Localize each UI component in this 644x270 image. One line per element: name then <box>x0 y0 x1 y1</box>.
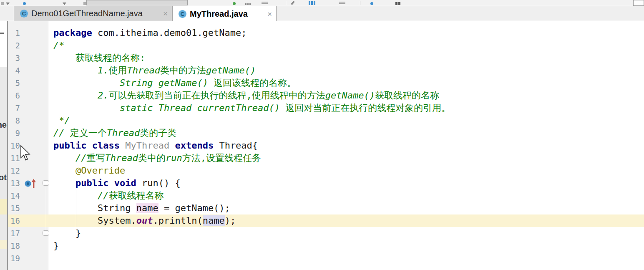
gutter-icon-cell <box>22 39 39 52</box>
code-line[interactable]: 6 2.可以先获取到当前正在执行的线程,使用线程中的方法getName()获取线… <box>8 89 644 102</box>
line-number[interactable]: 5 <box>8 77 22 89</box>
run-configuration-combo[interactable] <box>86 0 188 5</box>
code-line[interactable]: 7 static Thread currentThread() 返回对当前正在执… <box>8 102 644 114</box>
gutter-icon-cell[interactable] <box>22 177 39 189</box>
gutter-icon-cell <box>22 189 39 202</box>
main-toolbar <box>0 0 644 6</box>
code-line[interactable]: 8 */ <box>8 114 644 127</box>
toolbar-separator[interactable] <box>286 1 286 5</box>
code-line[interactable]: 18} <box>8 240 644 252</box>
code-line[interactable]: 13− public void run() { <box>8 177 644 189</box>
tree-item-text-fragment: ot <box>0 173 7 182</box>
edit-icon[interactable] <box>291 1 294 5</box>
line-number[interactable]: 17 <box>8 227 22 240</box>
gutter-icon-cell <box>22 52 39 64</box>
main-area: neot 1package com.itheima.demo01.getName… <box>0 21 644 270</box>
gutter-icon-cell <box>22 102 39 114</box>
fold-column <box>39 64 53 77</box>
code-line[interactable]: 14 //获取线程名称 <box>8 189 644 202</box>
fold-column <box>39 252 53 265</box>
gutter-icon-cell <box>22 27 39 39</box>
code-line[interactable]: 19 <box>8 252 644 265</box>
close-tab-icon[interactable]: × <box>267 10 272 18</box>
code-line[interactable]: 10public class MyThread extends Thread{ <box>8 139 644 152</box>
line-number[interactable]: 4 <box>8 64 22 77</box>
code-line[interactable]: 15 String name = getName(); <box>8 202 644 214</box>
code-rows: 1package com.itheima.demo01.getName;2/*3… <box>8 27 644 265</box>
editor-tab-mythread-java[interactable]: CMyThread.java× <box>172 6 277 21</box>
line-number[interactable]: 6 <box>8 89 22 102</box>
toolbar-icon-stub[interactable] <box>339 2 345 5</box>
override-method-icon <box>24 178 38 189</box>
fold-marker-icon[interactable]: − <box>43 180 49 186</box>
class-icon: C <box>179 10 186 18</box>
fold-column <box>39 152 53 164</box>
code-text: String name = getName(); <box>53 202 230 214</box>
line-number[interactable]: 3 <box>8 52 22 64</box>
toolbar-icon-stub[interactable] <box>1 2 4 5</box>
gutter-icon-cell <box>22 240 39 252</box>
gutter-icon-cell <box>22 64 39 77</box>
line-number[interactable]: 10 <box>8 139 22 152</box>
code-line[interactable]: 3 获取线程的名称: <box>8 52 644 64</box>
fold-column <box>39 102 53 114</box>
toolbar-icon-stub[interactable] <box>83 2 86 5</box>
dropdown-chevron-icon[interactable] <box>6 3 10 5</box>
code-text: */ <box>53 114 70 127</box>
gutter-icon-cell <box>22 164 39 177</box>
toolbar-icon-stub[interactable] <box>395 2 401 5</box>
fold-column <box>39 164 53 177</box>
gutter-icon-cell <box>22 114 39 127</box>
code-line[interactable]: 12 @Override <box>8 164 644 177</box>
fold-range-line <box>46 187 46 231</box>
gutter-icon-cell <box>22 252 39 265</box>
gutter-icon-cell <box>22 89 39 102</box>
code-line[interactable]: 5 String getName() 返回该线程的名称。 <box>8 77 644 89</box>
toolbar-icon-stub[interactable] <box>245 3 251 5</box>
toolbar-icon-stub[interactable] <box>370 2 373 5</box>
dropdown-chevron-icon[interactable] <box>63 3 66 5</box>
line-number[interactable]: 8 <box>8 114 22 127</box>
code-editor[interactable]: 1package com.itheima.demo01.getName;2/*3… <box>8 21 644 270</box>
code-text: public class MyThread extends Thread{ <box>53 139 258 152</box>
close-tab-icon[interactable]: × <box>163 10 168 18</box>
project-panel-edge[interactable]: neot <box>0 21 8 270</box>
line-number[interactable]: 12 <box>8 164 22 177</box>
code-text: 1.使用Thread类中的方法getName() <box>53 64 256 77</box>
line-number[interactable]: 18 <box>8 240 22 252</box>
line-number[interactable]: 9 <box>8 127 22 139</box>
code-line[interactable]: 16 System.out.println(name); <box>8 214 644 227</box>
code-line[interactable]: 2/* <box>8 39 644 52</box>
code-text: /* <box>53 39 65 52</box>
panel-fragment <box>0 33 4 34</box>
line-number[interactable]: 14 <box>8 189 22 202</box>
code-text: } <box>53 240 59 252</box>
toolbar-separator[interactable] <box>360 1 360 5</box>
fold-column <box>39 52 53 64</box>
code-line[interactable]: 11 //重写Thread类中的run方法,设置线程任务 <box>8 152 644 164</box>
line-number[interactable]: 15 <box>8 202 22 214</box>
gutter-icon-cell <box>22 227 39 240</box>
editor-tab-demo01getthreadname-java[interactable]: CDemo01GetThreadName.java× <box>14 6 172 21</box>
code-line[interactable]: 1package com.itheima.demo01.getName; <box>8 27 644 39</box>
toolbar-icon-stub[interactable] <box>262 2 268 5</box>
code-line[interactable]: 17− } <box>8 227 644 240</box>
line-number[interactable]: 11 <box>8 152 22 164</box>
fold-marker-icon[interactable]: − <box>43 230 49 236</box>
code-line[interactable]: 4 1.使用Thread类中的方法getName() <box>8 64 644 77</box>
line-number[interactable]: 19 <box>8 252 22 265</box>
fold-column <box>39 127 53 139</box>
line-number[interactable]: 1 <box>8 27 22 39</box>
toolbar-box-stub[interactable] <box>633 0 644 6</box>
line-number[interactable]: 7 <box>8 102 22 114</box>
line-number[interactable]: 2 <box>8 39 22 52</box>
class-icon: C <box>20 10 28 18</box>
code-text: @Override <box>53 164 125 177</box>
line-number[interactable]: 16 <box>8 214 22 227</box>
run-icon[interactable] <box>233 2 236 5</box>
toolbar-icon-stub[interactable] <box>23 2 26 5</box>
code-line[interactable]: 9// 定义一个Thread类的子类 <box>8 127 644 139</box>
code-text: package com.itheima.demo01.getName; <box>53 27 247 39</box>
chart-columns-icon[interactable] <box>309 1 315 5</box>
line-number[interactable]: 13 <box>8 177 22 189</box>
